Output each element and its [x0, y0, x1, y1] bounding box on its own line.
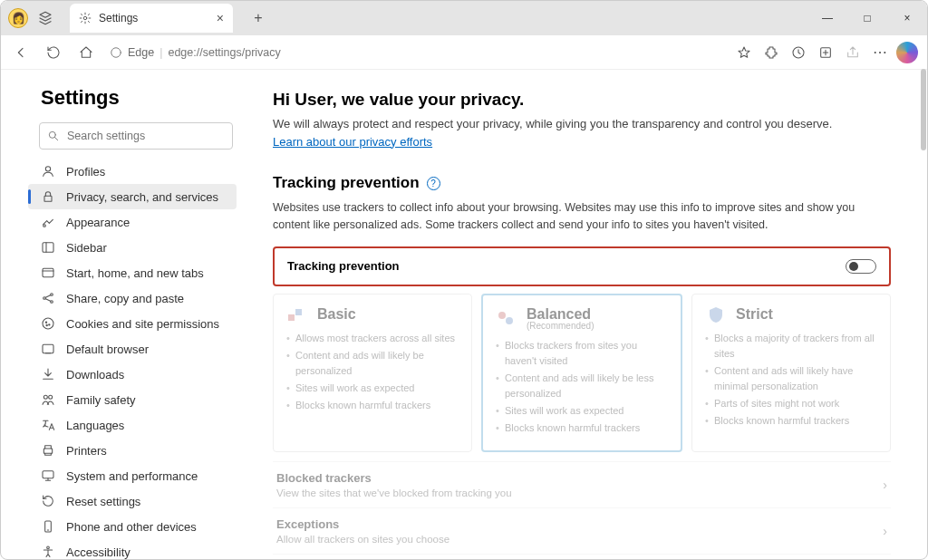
svg-point-15: [49, 324, 50, 325]
svg-point-7: [44, 225, 46, 227]
sidebar-item-system[interactable]: System and performance: [28, 463, 237, 488]
sidebar-item-reset[interactable]: Reset settings: [28, 488, 237, 514]
sidebar-item-appearance[interactable]: Appearance: [28, 209, 237, 235]
sidebar-item-family[interactable]: Family safety: [28, 387, 237, 412]
profile-avatar[interactable]: 👩: [8, 8, 28, 28]
sidebar-item-accessibility[interactable]: Accessibility: [28, 539, 237, 560]
sidebar-item-printers[interactable]: Printers: [28, 438, 237, 463]
sidebar-item-start[interactable]: Start, home, and new tabs: [28, 260, 237, 285]
settings-main: Hi User, we value your privacy. We will …: [246, 70, 927, 560]
sidebar-item-cookies[interactable]: Cookies and site permissions: [28, 311, 237, 336]
settings-search[interactable]: [39, 122, 233, 150]
address-bar[interactable]: Edge | edge://settings/privacy: [106, 46, 724, 59]
exceptions-row[interactable]: Exceptions Allow all trackers on sites y…: [273, 507, 891, 554]
strict-icon: [705, 305, 727, 323]
svg-point-13: [43, 318, 53, 329]
history-button[interactable]: [786, 40, 811, 65]
sidebar-item-share[interactable]: Share, copy and paste: [28, 285, 237, 311]
svg-rect-8: [43, 243, 53, 253]
svg-rect-21: [43, 471, 53, 478]
chevron-right-icon: ›: [883, 478, 887, 492]
sidebar-item-languages[interactable]: Languages: [28, 412, 237, 438]
sidebar-item-sidebar[interactable]: Sidebar: [28, 235, 237, 260]
svg-point-28: [506, 317, 513, 324]
sidebar-item-downloads[interactable]: Downloads: [28, 362, 237, 387]
home-button[interactable]: [73, 40, 99, 65]
browser-toolbar: Edge | edge://settings/privacy ⋯: [1, 35, 927, 70]
svg-point-27: [498, 312, 506, 319]
tracking-prevention-toggle[interactable]: [846, 259, 876, 274]
minimize-button[interactable]: —: [807, 1, 847, 35]
svg-rect-17: [43, 344, 53, 352]
svg-rect-25: [288, 314, 295, 321]
svg-rect-20: [44, 449, 52, 453]
tracking-card-basic[interactable]: Basic Allows most trackers across all si…: [273, 294, 472, 452]
search-input[interactable]: [67, 130, 225, 142]
toggle-label: Tracking prevention: [287, 259, 400, 273]
svg-point-23: [47, 546, 50, 549]
blocked-trackers-row[interactable]: Blocked trackers View the sites that we'…: [273, 461, 891, 507]
tab-close-icon[interactable]: ×: [217, 11, 224, 25]
collections-button[interactable]: [813, 40, 838, 65]
back-button[interactable]: [8, 40, 34, 65]
sidebar-item-phone[interactable]: Phone and other devices: [28, 514, 237, 539]
privacy-efforts-link[interactable]: Learn about our privacy efforts: [273, 135, 432, 149]
section-description: Websites use trackers to collect info ab…: [273, 199, 871, 234]
title-bar: 👩 Settings × + — □ ×: [1, 1, 927, 35]
sidebar-item-profiles[interactable]: Profiles: [28, 159, 237, 184]
edge-icon: [110, 46, 122, 59]
sidebar-item-default-browser[interactable]: Default browser: [28, 336, 237, 362]
browser-name: Edge: [128, 46, 154, 59]
chevron-right-icon: ›: [883, 524, 887, 538]
favorite-button[interactable]: [731, 40, 757, 65]
svg-point-14: [45, 322, 46, 323]
settings-sidebar: Settings Profiles Privacy, search, and s…: [1, 70, 246, 560]
svg-point-0: [83, 16, 87, 20]
svg-point-1: [111, 47, 121, 57]
svg-point-18: [44, 395, 47, 399]
tracking-card-balanced[interactable]: Balanced (Recommended) Blocks trackers f…: [481, 294, 682, 452]
inprivate-strict-row[interactable]: Always use "Strict" tracking prevention …: [273, 554, 891, 560]
svg-rect-6: [44, 196, 52, 201]
page-greeting: Hi User, we value your privacy.: [273, 90, 891, 110]
tab-title: Settings: [99, 12, 209, 24]
new-tab-button[interactable]: +: [246, 5, 271, 31]
search-icon: [47, 130, 60, 142]
share-button[interactable]: [840, 40, 865, 65]
sidebar-item-privacy[interactable]: Privacy, search, and services: [28, 184, 237, 209]
section-title: Tracking prevention: [273, 174, 420, 192]
basic-icon: [286, 305, 308, 323]
close-window-button[interactable]: ×: [887, 1, 927, 35]
menu-button[interactable]: ⋯: [867, 40, 893, 65]
help-icon[interactable]: ?: [427, 177, 440, 190]
url-text: edge://settings/privacy: [168, 46, 280, 59]
scrollbar-thumb[interactable]: [921, 69, 926, 150]
copilot-button[interactable]: [894, 40, 920, 65]
svg-point-16: [46, 324, 47, 325]
workspaces-icon[interactable]: [37, 10, 53, 26]
browser-tab[interactable]: Settings ×: [70, 4, 233, 33]
refresh-button[interactable]: [41, 40, 66, 65]
maximize-button[interactable]: □: [847, 1, 887, 35]
svg-rect-26: [295, 309, 302, 315]
tracking-prevention-toggle-row: Tracking prevention: [273, 246, 891, 286]
extensions-button[interactable]: [759, 40, 784, 65]
gear-icon: [79, 12, 92, 24]
settings-heading: Settings: [41, 86, 237, 110]
page-intro: We will always protect and respect your …: [273, 115, 853, 150]
svg-rect-9: [43, 268, 53, 276]
svg-point-5: [45, 167, 50, 171]
tracking-card-strict[interactable]: Strict Blocks a majority of trackers fro…: [691, 294, 891, 452]
svg-point-19: [49, 395, 53, 399]
balanced-icon: [496, 309, 517, 327]
